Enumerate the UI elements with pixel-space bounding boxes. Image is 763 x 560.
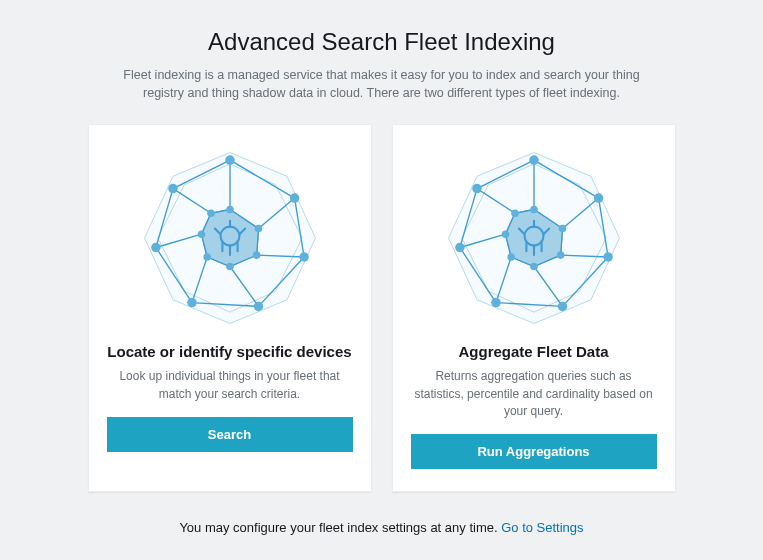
svg-point-25: [225, 156, 235, 166]
search-button[interactable]: Search: [107, 417, 353, 452]
svg-point-68: [491, 298, 501, 308]
go-to-settings-link[interactable]: Go to Settings: [501, 520, 583, 535]
svg-point-75: [507, 253, 515, 261]
svg-point-74: [530, 263, 538, 271]
svg-point-29: [187, 298, 197, 308]
svg-point-38: [207, 210, 215, 218]
svg-point-65: [593, 194, 603, 204]
network-sphere-icon: [439, 143, 629, 333]
svg-point-30: [151, 243, 161, 253]
card-aggregate-data: Aggregate Fleet Data Returns aggregation…: [392, 124, 676, 492]
svg-point-64: [529, 156, 539, 166]
svg-point-31: [168, 184, 178, 194]
footer-text: You may configure your fleet index setti…: [179, 520, 583, 535]
svg-point-33: [254, 225, 262, 233]
svg-point-28: [253, 302, 263, 312]
svg-point-34: [252, 252, 260, 260]
svg-point-32: [226, 206, 234, 214]
svg-point-69: [455, 243, 465, 253]
card-locate-devices: Locate or identify specific devices Look…: [88, 124, 372, 492]
svg-point-67: [557, 302, 567, 312]
svg-point-27: [299, 253, 309, 263]
svg-point-77: [511, 210, 519, 218]
network-sphere-icon: [135, 143, 325, 333]
svg-point-26: [289, 194, 299, 204]
page-subtitle: Fleet indexing is a managed service that…: [102, 66, 662, 102]
svg-point-72: [558, 225, 566, 233]
card-title: Locate or identify specific devices: [107, 343, 351, 360]
page-title: Advanced Search Fleet Indexing: [208, 28, 555, 56]
cards-row: Locate or identify specific devices Look…: [36, 124, 727, 492]
svg-point-37: [197, 231, 205, 239]
page: Advanced Search Fleet Indexing Fleet ind…: [0, 0, 763, 555]
svg-point-66: [603, 253, 613, 263]
card-title: Aggregate Fleet Data: [458, 343, 608, 360]
run-aggregations-button[interactable]: Run Aggregations: [411, 434, 657, 469]
card-description: Returns aggregation queries such as stat…: [411, 368, 657, 420]
svg-point-36: [203, 253, 211, 261]
svg-point-71: [530, 206, 538, 214]
svg-point-70: [472, 184, 482, 194]
svg-point-35: [226, 263, 234, 271]
svg-point-76: [501, 231, 509, 239]
card-description: Look up individual things in your fleet …: [107, 368, 353, 403]
footer-message: You may configure your fleet index setti…: [179, 520, 501, 535]
svg-point-73: [556, 252, 564, 260]
